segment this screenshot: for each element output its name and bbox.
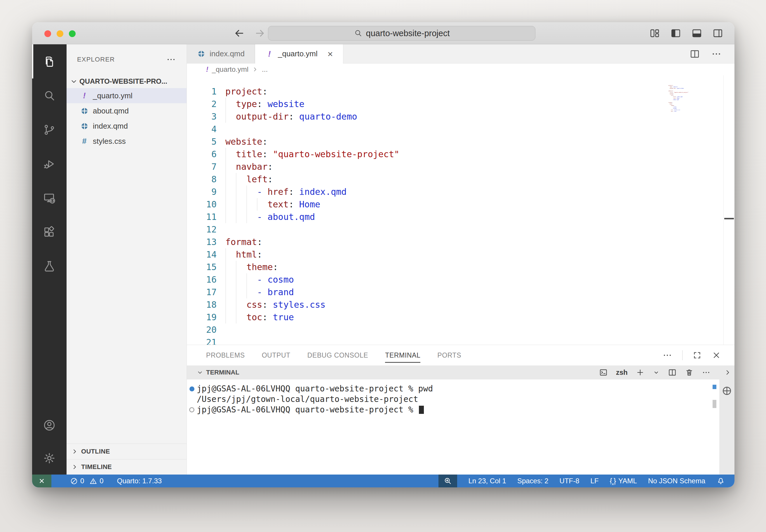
terminal-tabs-strip[interactable] <box>719 379 735 475</box>
toggle-panel-icon[interactable] <box>691 28 702 39</box>
indentation-status-item[interactable]: Spaces: 2 <box>517 477 548 485</box>
minimap[interactable]: project: type: website output-dir: quart… <box>667 75 723 345</box>
command-center-search[interactable]: quarto-website-project <box>268 26 535 41</box>
panel-tab-terminal[interactable]: TERMINAL <box>385 345 420 365</box>
close-tab-icon[interactable]: × <box>328 49 333 59</box>
panel-tab-ports[interactable]: PORTS <box>437 345 461 365</box>
activity-extensions-icon[interactable] <box>32 215 67 249</box>
code-text: html: <box>669 104 673 105</box>
quarto-version-label: Quarto: 1.7.33 <box>117 477 162 485</box>
timeline-section-header[interactable]: TIMELINE <box>67 459 186 475</box>
titlebar[interactable]: quarto-website-project <box>32 22 735 44</box>
terminal-overview-ruler[interactable] <box>708 379 719 475</box>
navigate-forward-icon[interactable] <box>255 28 266 39</box>
terminal-section-header: TERMINAL zsh <box>187 365 735 379</box>
language-mode-status-item[interactable]: { }× YAML <box>610 477 637 485</box>
panel-tab-debug-console[interactable]: DEBUG CONSOLE <box>307 345 368 365</box>
divider <box>682 350 683 360</box>
quarto-version-status-item[interactable]: Quarto: 1.7.33 <box>117 477 162 485</box>
close-panel-icon[interactable] <box>712 351 721 360</box>
line-number: 2 <box>187 98 217 110</box>
settings-gear-icon[interactable] <box>32 442 67 475</box>
accounts-icon[interactable] <box>32 409 67 442</box>
problems-status-item[interactable]: 0 0 <box>70 477 106 485</box>
panel-tabs: PROBLEMSOUTPUTDEBUG CONSOLETERMINALPORTS <box>206 345 461 365</box>
error-count: 0 <box>80 477 84 485</box>
bottom-panel: PROBLEMSOUTPUTDEBUG CONSOLETERMINALPORTS <box>187 345 735 475</box>
activity-source-control-icon[interactable] <box>32 113 67 147</box>
file-styles-css[interactable]: #styles.css <box>67 134 186 149</box>
code-line: 8 left: <box>187 173 667 185</box>
new-terminal-icon[interactable] <box>636 368 645 377</box>
breadcrumb[interactable]: ! _quarto.yml ... <box>187 64 735 75</box>
code-text: - about.qmd <box>669 99 679 100</box>
tab-label: index.qmd <box>210 49 245 58</box>
schema-label: No JSON Schema <box>648 477 705 485</box>
activity-search-icon[interactable] <box>32 78 67 113</box>
activity-bar <box>32 44 67 475</box>
activity-remote-explorer-icon[interactable] <box>32 181 67 215</box>
explorer-more-actions-icon[interactable] <box>166 55 176 64</box>
panel-more-actions-icon[interactable] <box>662 350 672 360</box>
timeline-label: TIMELINE <box>81 463 112 471</box>
line-number: 18 <box>187 298 217 311</box>
encoding-status-item[interactable]: UTF-8 <box>559 477 580 485</box>
json-schema-status-item[interactable]: No JSON Schema <box>648 477 705 485</box>
chevron-right-icon <box>71 463 78 470</box>
terminal-scrollbar-thumb[interactable] <box>713 400 716 408</box>
activity-explorer-icon[interactable] <box>32 44 67 78</box>
explorer-root-folder[interactable]: QUARTO-WEBSITE-PRO... <box>67 75 186 88</box>
warning-count: 0 <box>99 477 103 485</box>
eol-status-item[interactable]: LF <box>591 477 599 485</box>
warning-triangle-icon <box>89 477 97 485</box>
file-index-qmd[interactable]: index.qmd <box>67 118 186 134</box>
maximize-window-button[interactable] <box>69 30 76 37</box>
notifications-bell-icon[interactable] <box>716 477 725 485</box>
split-terminal-icon[interactable] <box>668 368 677 377</box>
breadcrumb-file[interactable]: _quarto.yml <box>212 65 249 73</box>
file-tree: !_quarto.ymlabout.qmdindex.qmd#styles.cs… <box>67 88 186 149</box>
chevron-down-icon[interactable] <box>197 369 203 376</box>
file-about-qmd[interactable]: about.qmd <box>67 103 186 118</box>
zoom-status-badge[interactable] <box>438 475 457 487</box>
code-editor[interactable]: 1project:2 type: website3 output-dir: qu… <box>187 75 667 345</box>
toggle-primary-sidebar-icon[interactable] <box>670 28 681 39</box>
toggle-secondary-sidebar-icon[interactable] <box>712 28 723 39</box>
close-window-button[interactable] <box>44 30 51 37</box>
maximize-panel-icon[interactable] <box>693 351 702 360</box>
editor-tab--quarto-yml[interactable]: !_quarto.yml× <box>255 44 343 63</box>
minimize-window-button[interactable] <box>57 30 63 37</box>
cursor-position-status-item[interactable]: Ln 23, Col 1 <box>468 477 506 485</box>
remote-indicator[interactable] <box>32 475 51 487</box>
split-editor-icon[interactable] <box>690 49 700 59</box>
root-folder-label: QUARTO-WEBSITE-PRO... <box>79 77 167 85</box>
code-text: - href: index.qmd <box>217 185 347 198</box>
panel-tab-problems[interactable]: PROBLEMS <box>206 345 245 365</box>
breadcrumb-symbol[interactable]: ... <box>262 65 268 73</box>
code-text: text: Home <box>669 98 679 99</box>
terminal-more-actions-icon[interactable] <box>702 368 711 377</box>
overview-ruler[interactable] <box>723 75 735 345</box>
activity-run-debug-icon[interactable] <box>32 147 67 181</box>
kill-terminal-trash-icon[interactable] <box>685 368 694 377</box>
terminal-tab-globe-icon[interactable] <box>721 385 732 396</box>
editor-more-actions-icon[interactable] <box>711 49 722 59</box>
file--quarto-yml[interactable]: !_quarto.yml <box>67 88 186 103</box>
panel-tab-output[interactable]: OUTPUT <box>262 345 291 365</box>
customize-layout-icon[interactable] <box>649 28 660 39</box>
navigate-back-icon[interactable] <box>234 28 245 39</box>
line-number: 8 <box>187 173 217 185</box>
sidebar-bottom-sections: OUTLINE TIMELINE <box>67 444 186 475</box>
code-text: type: website <box>217 98 305 110</box>
editor-tab-index-qmd[interactable]: index.qmd <box>187 44 255 63</box>
tab-label: _quarto.yml <box>278 49 318 58</box>
outline-section-header[interactable]: OUTLINE <box>67 444 186 459</box>
code-text <box>217 223 226 236</box>
terminal-line: jpj@GSAS-AL-06LVHQQ quarto-website-proje… <box>187 384 708 394</box>
activity-testing-icon[interactable] <box>32 249 67 283</box>
terminal-profile-dropdown-icon[interactable] <box>653 369 660 376</box>
code-line: 19 toc: true <box>187 311 667 323</box>
expand-terminal-tabs-icon[interactable] <box>724 369 732 376</box>
line-number: 4 <box>187 123 217 135</box>
terminal[interactable]: jpj@GSAS-AL-06LVHQQ quarto-website-proje… <box>187 379 708 475</box>
